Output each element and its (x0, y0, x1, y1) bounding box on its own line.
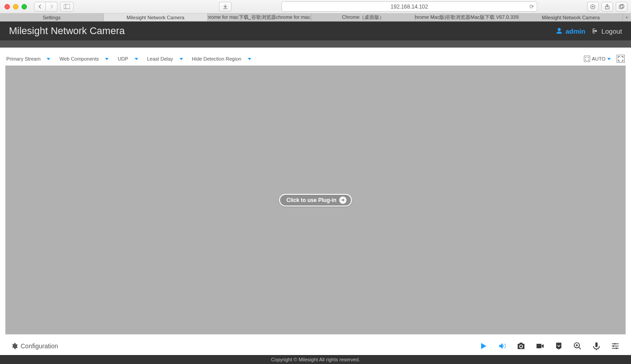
detection-region-dropdown[interactable]: Hide Detection Region (192, 56, 251, 61)
sliders-icon (611, 342, 620, 351)
svg-point-7 (614, 343, 616, 344)
logout-icon (592, 27, 599, 35)
user-icon (556, 27, 563, 35)
volume-icon (498, 342, 507, 351)
chevron-down-icon (180, 58, 183, 60)
user-name: admin (565, 27, 585, 35)
window-controls (4, 4, 27, 9)
footer: Copyright © Milesight All rights reserve… (0, 355, 631, 364)
app-header: Milesight Network Camera admin Logout (0, 22, 631, 40)
forward-button[interactable] (46, 2, 57, 12)
tab-milesight-camera[interactable]: Milesight Network Camera (104, 13, 207, 21)
latency-dropdown[interactable]: Least Delay (147, 56, 183, 61)
video-icon (535, 342, 544, 351)
volume-button[interactable] (497, 341, 507, 351)
plugin-label: Click to use Plug-in (286, 197, 336, 203)
camera-icon (517, 342, 526, 351)
tab-chrome-mac-v67[interactable]: Chrome Mac版|谷歌浏览器Mac版下载 V67.0.339... (415, 13, 519, 21)
bottom-bar: Configuration (5, 337, 626, 355)
play-button[interactable] (478, 341, 488, 351)
use-plugin-button[interactable]: Click to use Plug-in ➔ (279, 194, 351, 206)
close-window-icon[interactable] (4, 4, 10, 9)
protocol-dropdown[interactable]: UDP (118, 56, 138, 61)
logout-button[interactable]: Logout (592, 27, 622, 35)
tab-milesight-camera-2[interactable]: Milesight Network Camera (519, 13, 623, 21)
zoom-button[interactable] (573, 341, 583, 351)
tab-settings[interactable]: Settings (0, 13, 104, 21)
fullscreen-button[interactable] (617, 55, 625, 63)
content: Primary Stream Web Components UDP Least … (0, 48, 631, 355)
download-button[interactable] (554, 341, 564, 351)
page-title: Milesight Network Camera (9, 25, 556, 37)
snapshot-button[interactable] (516, 341, 526, 351)
browser-toolbar: 192.168.14.102 ⟳ (0, 0, 631, 13)
record-button[interactable] (535, 341, 545, 351)
address-text: 192.168.14.102 (390, 4, 428, 10)
chevron-down-icon (248, 58, 251, 60)
stream-dropdown[interactable]: Primary Stream (6, 56, 50, 61)
copyright: Copyright © Milesight All rights reserve… (271, 357, 360, 362)
microphone-button[interactable] (592, 341, 601, 351)
svg-rect-6 (620, 4, 624, 8)
arrow-right-circle-icon: ➔ (339, 197, 346, 204)
download-icon (554, 342, 563, 351)
play-icon (479, 342, 488, 351)
sidebar-toggle-button[interactable] (60, 2, 74, 12)
configuration-label: Configuration (21, 342, 58, 350)
aspect-ratio-icon (584, 56, 590, 62)
microphone-icon (592, 342, 601, 351)
minimize-window-icon[interactable] (13, 4, 18, 9)
svg-point-8 (613, 345, 614, 346)
tabs-overview-button[interactable] (616, 2, 627, 12)
share-button[interactable] (601, 2, 613, 12)
header-substrip (0, 40, 631, 48)
fullscreen-icon (618, 56, 623, 61)
svg-point-9 (616, 347, 617, 349)
svg-rect-0 (64, 4, 70, 9)
logout-label: Logout (601, 27, 622, 35)
gear-icon (11, 342, 18, 350)
view-toolbar: Primary Stream Web Components UDP Least … (5, 52, 626, 66)
reload-icon[interactable]: ⟳ (530, 4, 534, 10)
control-icons (478, 341, 620, 351)
tab-chrome-desktop[interactable]: Chrome（桌面版） (311, 13, 415, 21)
video-settings-button[interactable] (610, 341, 620, 351)
tab-chrome-mac-download[interactable]: chrome for mac下载_谷歌浏览器chrome for mac... (208, 13, 311, 21)
downloads-shelf-button[interactable] (219, 2, 232, 12)
chevron-down-icon (135, 58, 138, 60)
toolbar-right (587, 2, 627, 12)
chevron-down-icon (105, 58, 109, 60)
engine-dropdown[interactable]: Web Components (59, 56, 109, 61)
zoom-in-icon (573, 342, 582, 351)
configuration-link[interactable]: Configuration (11, 342, 58, 350)
tab-strip: Settings Milesight Network Camera chrome… (0, 13, 631, 22)
auto-size-dropdown[interactable]: AUTO (583, 54, 611, 63)
nav-buttons (34, 2, 57, 12)
zoom-window-icon[interactable] (22, 4, 27, 9)
back-button[interactable] (34, 2, 46, 12)
downloads-button[interactable] (587, 2, 599, 12)
address-bar[interactable]: 192.168.14.102 ⟳ (281, 1, 537, 12)
user-indicator[interactable]: admin (556, 27, 585, 35)
chevron-down-icon (607, 58, 611, 60)
video-area: Click to use Plug-in ➔ (5, 66, 626, 334)
chevron-down-icon (47, 58, 50, 60)
new-tab-button[interactable]: ＋ (623, 13, 631, 21)
